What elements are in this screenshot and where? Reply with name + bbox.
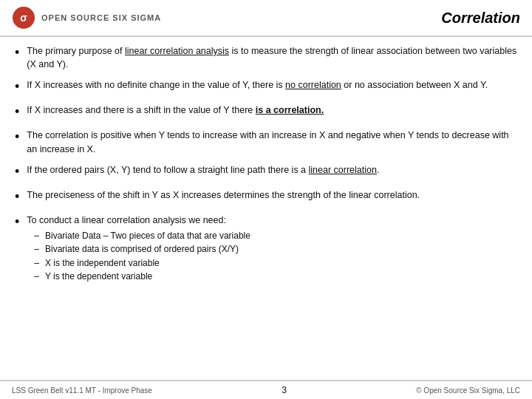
- text-part: linear correlation: [309, 165, 377, 175]
- bullet-text: The primary purpose of linear correlatio…: [27, 44, 517, 71]
- sub-list: –Bivariate Data – Two pieces of data tha…: [34, 230, 517, 284]
- bullet-dot: •: [15, 212, 19, 231]
- text-part: no correlation: [285, 80, 341, 90]
- page-title: Correlation: [441, 10, 520, 27]
- sub-item-text: X is the independent variable: [45, 257, 160, 270]
- svg-text:σ: σ: [20, 12, 27, 24]
- sub-item-text: Y is the dependent variable: [45, 270, 152, 283]
- bullet-item: •The correlation is positive when Y tend…: [15, 129, 517, 155]
- sub-dash: –: [34, 257, 39, 270]
- content-area: •The primary purpose of linear correlati…: [0, 37, 532, 296]
- footer: LSS Green Belt v11.1 MT - Improve Phase …: [0, 380, 532, 399]
- sub-item-text: Bivariate data is comprised of ordered p…: [45, 243, 239, 256]
- text-part: or no association between X and Y.: [341, 80, 488, 90]
- bullet-text: If the ordered pairs (X, Y) tend to foll…: [27, 163, 517, 177]
- header: σ OPEN SOURCE SIX SIGMA Correlation: [0, 0, 532, 37]
- text-part: To conduct a linear correlation analysis…: [27, 215, 226, 225]
- sub-dash: –: [34, 270, 39, 283]
- sub-dash: –: [34, 230, 39, 242]
- bullet-text: The preciseness of the shift in Y as X i…: [27, 188, 517, 202]
- footer-right: © Open Source Six Sigma, LLC: [416, 386, 520, 395]
- text-part: .: [377, 165, 379, 175]
- bullet-dot: •: [15, 127, 19, 146]
- bullet-item: •The primary purpose of linear correlati…: [15, 44, 517, 71]
- bullet-dot: •: [15, 43, 19, 62]
- bullet-dot: •: [15, 187, 19, 206]
- sub-item: –X is the independent variable: [34, 257, 517, 270]
- bullet-text: The correlation is positive when Y tends…: [27, 129, 517, 155]
- text-part: is a correlation.: [256, 105, 324, 115]
- text-part: If X increases with no definite change i…: [27, 80, 285, 90]
- text-part: linear correlation analysis: [125, 46, 229, 56]
- logo-icon: σ: [12, 6, 35, 30]
- footer-center: 3: [282, 385, 287, 395]
- bullet-dot: •: [15, 162, 19, 181]
- bullet-item: •If X increases with no definite change …: [15, 78, 517, 96]
- sub-item-text: Bivariate Data – Two pieces of data that…: [45, 230, 250, 242]
- sub-item: –Y is the dependent variable: [34, 270, 517, 283]
- sub-item: –Bivariate Data – Two pieces of data tha…: [34, 230, 517, 242]
- text-part: If the ordered pairs (X, Y) tend to foll…: [27, 165, 308, 175]
- bullet-text: If X increases and there is a shift in t…: [27, 103, 517, 117]
- bullet-item: •The preciseness of the shift in Y as X …: [15, 188, 517, 206]
- bullet-text: To conduct a linear correlation analysis…: [27, 214, 517, 284]
- text-part: The primary purpose of: [27, 46, 125, 56]
- text-part: If X increases and there is a shift in t…: [27, 105, 255, 115]
- logo-text: OPEN SOURCE SIX SIGMA: [41, 13, 161, 22]
- bullet-item: •If X increases and there is a shift in …: [15, 103, 517, 121]
- bullet-dot: •: [15, 77, 19, 96]
- logo-area: σ OPEN SOURCE SIX SIGMA: [12, 6, 161, 30]
- bullet-dot: •: [15, 102, 19, 121]
- sub-dash: –: [34, 243, 39, 256]
- footer-left: LSS Green Belt v11.1 MT - Improve Phase: [12, 386, 152, 395]
- bullet-item: •If the ordered pairs (X, Y) tend to fol…: [15, 163, 517, 181]
- text-part: The preciseness of the shift in Y as X i…: [27, 190, 420, 200]
- bullet-item: •To conduct a linear correlation analysi…: [15, 214, 517, 284]
- bullet-text: If X increases with no definite change i…: [27, 78, 517, 92]
- sub-item: –Bivariate data is comprised of ordered …: [34, 243, 517, 256]
- text-part: The correlation is positive when Y tends…: [27, 130, 508, 154]
